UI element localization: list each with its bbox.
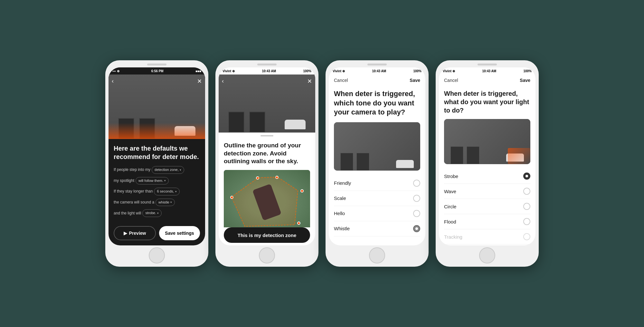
status-right-2: 100%: [303, 69, 311, 73]
phone-speaker-3: [367, 64, 387, 65]
top-nav-4: Cancel Save: [439, 74, 535, 86]
time-1: 6:56 PM: [151, 69, 164, 73]
setting-row-3: If they stay longer than 6 seconds, ▾: [114, 188, 200, 195]
drag-handle-2: [260, 135, 273, 136]
radio-circle[interactable]: [523, 203, 530, 210]
wifi-icon-4: ⊕: [452, 69, 455, 73]
setting-row-2: my spotlight will follow them. ▾: [114, 177, 200, 185]
detection-zone-pill[interactable]: detection zone, ▾: [152, 166, 184, 174]
option-label-tracking: Tracking: [444, 234, 462, 240]
cam-car-3: [396, 160, 414, 168]
close-button-2[interactable]: ✕: [307, 78, 312, 85]
question-4: When deter is triggered, what do you wan…: [444, 89, 530, 114]
strobe-pill[interactable]: strobe. ▾: [142, 209, 162, 217]
option-strobe[interactable]: Strobe: [444, 169, 530, 184]
option-whistle[interactable]: Whistle: [334, 221, 420, 236]
radio-tracking[interactable]: [523, 233, 530, 240]
setting-prefix-1d: the camera will sound a: [114, 199, 154, 205]
option-tracking[interactable]: Tracking: [444, 229, 530, 244]
option-label-wave: Wave: [444, 189, 456, 194]
duration-pill[interactable]: 6 seconds, ▾: [154, 188, 179, 195]
back-button-2[interactable]: ‹: [222, 78, 224, 84]
carrier-3: Vivint: [333, 69, 341, 73]
battery-2: 100%: [303, 69, 311, 73]
save-settings-button[interactable]: Save settings: [159, 226, 200, 240]
phone-speaker-4: [478, 64, 497, 65]
car-shape-2: [285, 120, 306, 129]
content-area-1: Here are the defaults we recommend for d…: [109, 139, 205, 222]
garage-scene-2: [219, 74, 315, 133]
option-wave[interactable]: Wave: [444, 184, 530, 199]
status-bar-3: Vivint ⊕ 10:43 AM 100%: [329, 67, 425, 74]
zone-svg: [224, 170, 310, 227]
close-button-1[interactable]: ✕: [197, 78, 202, 85]
setting-prefix-1e: and the light will: [114, 210, 141, 216]
save-button-4[interactable]: Save: [520, 78, 530, 83]
content-area-2: Outline the ground of your detection zon…: [219, 138, 315, 227]
phone-4: Vivint ⊕ 10:43 AM 100% Cancel Save When …: [436, 60, 539, 267]
phone-home-3[interactable]: [369, 247, 385, 263]
status-right-1: ■■■: [195, 69, 201, 73]
status-left-2: Vivint ⊕: [223, 69, 235, 73]
option-circle[interactable]: Circle: [444, 199, 530, 214]
status-left-4: Vivint ⊕: [443, 69, 455, 73]
status-bar-2: Vivint ⊕ 10:43 AM 100%: [219, 67, 315, 74]
time-3: 10:43 AM: [372, 69, 386, 73]
option-scale[interactable]: Scale: [334, 191, 420, 206]
phone-2: Vivint ⊕ 10:43 AM 100% ‹ ✕: [215, 60, 318, 267]
wifi-icon-3: ⊕: [342, 69, 345, 73]
back-button-1[interactable]: ‹: [112, 78, 114, 84]
setting-row-4: the camera will sound a whistle ▾: [114, 199, 200, 206]
radio-hello[interactable]: [413, 210, 420, 217]
camera-area-2: ‹ ✕: [219, 74, 315, 133]
radio-friendly[interactable]: [413, 180, 420, 187]
detection-zone-button[interactable]: This is my detection zone: [224, 227, 310, 243]
wifi-icon-2: ⊕: [232, 69, 235, 73]
phone-home-1[interactable]: [149, 247, 165, 263]
phone-3-screen: Vivint ⊕ 10:43 AM 100% Cancel Save When …: [329, 67, 425, 245]
save-button-3[interactable]: Save: [410, 78, 420, 83]
setting-prefix-1c: If they stay longer than: [114, 188, 153, 194]
cam-door-3b: [356, 153, 369, 171]
option-friendly[interactable]: Friendly: [334, 176, 420, 191]
status-bar-4: Vivint ⊕ 10:43 AM 100%: [439, 67, 535, 74]
spotlight-pill[interactable]: will follow them. ▾: [136, 177, 169, 185]
question-3: When deter is triggered, which tone do y…: [334, 89, 420, 117]
phone-2-screen: Vivint ⊕ 10:43 AM 100% ‹ ✕: [219, 67, 315, 245]
detection-image-2: [224, 170, 310, 227]
radio-wave[interactable]: [523, 188, 530, 195]
phone-4-screen: Vivint ⊕ 10:43 AM 100% Cancel Save When …: [439, 67, 535, 245]
battery-4: 100%: [523, 69, 532, 73]
radio-strobe[interactable]: [523, 173, 530, 180]
setting-row-1: If people step into my detection zone, ▾: [114, 166, 200, 174]
time-4: 10:43 AM: [482, 69, 496, 73]
option-label-friendly: Friendly: [334, 180, 351, 186]
option-flood[interactable]: Flood: [444, 214, 530, 229]
phone-home-4[interactable]: [479, 247, 495, 263]
battery-1: ■■■: [195, 69, 201, 73]
cancel-button-4[interactable]: Cancel: [444, 78, 458, 83]
phone-home-2[interactable]: [259, 247, 275, 263]
camera-preview-3: [334, 122, 420, 171]
cancel-button-3[interactable]: Cancel: [334, 78, 348, 83]
orange-light-4: [508, 148, 530, 164]
radio-whistle[interactable]: [413, 225, 420, 232]
garage-door-2a: [228, 112, 244, 133]
setting-prefix-1a: If people step into my: [114, 167, 150, 173]
main-title-1: Here are the defaults we recommend for d…: [114, 144, 200, 161]
option-hello[interactable]: Hello: [334, 206, 420, 221]
option-label-strobe: Strobe: [444, 173, 458, 179]
phones-container: ▪▪▪ ⊕ 6:56 PM ■■■ ‹ ✕: [105, 60, 539, 267]
preview-button[interactable]: ▶ Preview: [114, 226, 156, 240]
content-area-3: When deter is triggered, which tone do y…: [329, 86, 425, 245]
status-left-3: Vivint ⊕: [333, 69, 345, 73]
content-area-4: When deter is triggered, what do you wan…: [439, 86, 535, 245]
garage-door-2b: [249, 112, 265, 133]
whistle-pill[interactable]: whistle ▾: [156, 199, 175, 206]
phone-3: Vivint ⊕ 10:43 AM 100% Cancel Save When …: [326, 60, 429, 267]
status-bar-1: ▪▪▪ ⊕ 6:56 PM ■■■: [109, 67, 205, 74]
radio-flood[interactable]: [523, 218, 530, 225]
radio-scale[interactable]: [413, 195, 420, 202]
bottom-buttons-1: ▶ Preview Save settings: [109, 222, 205, 245]
phone-1: ▪▪▪ ⊕ 6:56 PM ■■■ ‹ ✕: [105, 60, 208, 267]
